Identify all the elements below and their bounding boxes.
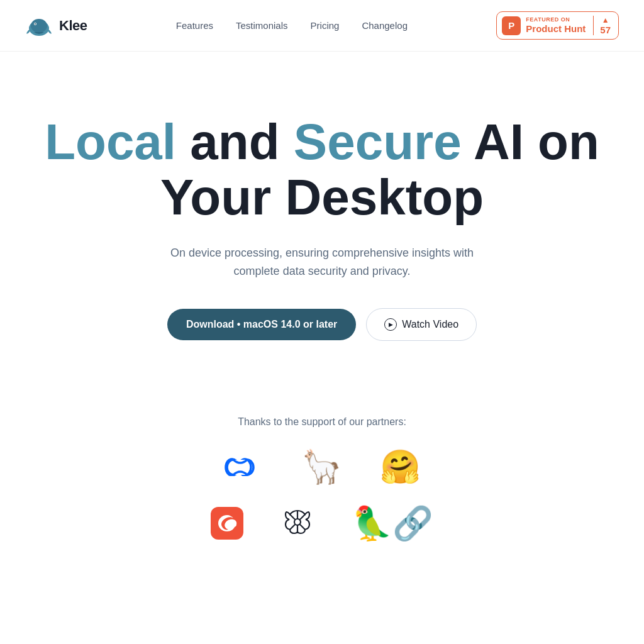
svg-line-11 [300, 525, 305, 530]
partners-section: Thanks to the support of our partners: 🦙… [0, 379, 644, 589]
product-hunt-text: FEATURED ON Product Hunt [526, 16, 586, 35]
product-hunt-icon: P [502, 16, 521, 35]
nav-features[interactable]: Features [176, 20, 213, 31]
svg-point-3 [35, 23, 36, 25]
svg-line-12 [300, 514, 305, 519]
partners-row-2: 🦜🔗 [25, 506, 619, 541]
product-hunt-count: ▲ 57 [593, 16, 611, 35]
parrot-link-icon: 🦜🔗 [352, 507, 433, 540]
partners-row-1: 🦙 🤗 [25, 450, 619, 483]
play-icon: ▶ [384, 318, 397, 331]
main-nav: Klee Features Testimonials Pricing Chang… [0, 0, 644, 52]
openai-logo [281, 506, 314, 541]
nav-links: Features Testimonials Pricing Changelog [176, 20, 408, 31]
meta-logo [223, 455, 264, 479]
svg-line-10 [290, 514, 295, 519]
nav-pricing[interactable]: Pricing [311, 20, 340, 31]
hero-subtitle: On device processing, ensuring comprehen… [152, 244, 492, 280]
hero-section: Local and Secure AI on Your Desktop On d… [0, 52, 644, 379]
download-button[interactable]: Download • macOS 14.0 or later [167, 309, 356, 340]
ollama-icon: 🦙 [301, 450, 342, 483]
nav-changelog[interactable]: Changelog [362, 20, 408, 31]
nav-testimonials[interactable]: Testimonials [236, 20, 288, 31]
svg-point-7 [294, 519, 301, 525]
hugging-face-icon: 🤗 [380, 450, 421, 483]
whale-icon [25, 12, 53, 40]
partners-title: Thanks to the support of our partners: [25, 416, 619, 428]
svg-line-13 [290, 525, 295, 530]
hero-title: Local and Secure AI on Your Desktop [38, 114, 606, 225]
watch-video-button[interactable]: ▶ Watch Video [366, 308, 477, 341]
logo[interactable]: Klee [25, 12, 87, 40]
logo-text: Klee [59, 18, 87, 34]
swift-logo [211, 507, 243, 540]
svg-point-1 [31, 19, 47, 33]
product-hunt-badge[interactable]: P FEATURED ON Product Hunt ▲ 57 [496, 11, 619, 40]
hero-buttons: Download • macOS 14.0 or later ▶ Watch V… [38, 308, 606, 341]
